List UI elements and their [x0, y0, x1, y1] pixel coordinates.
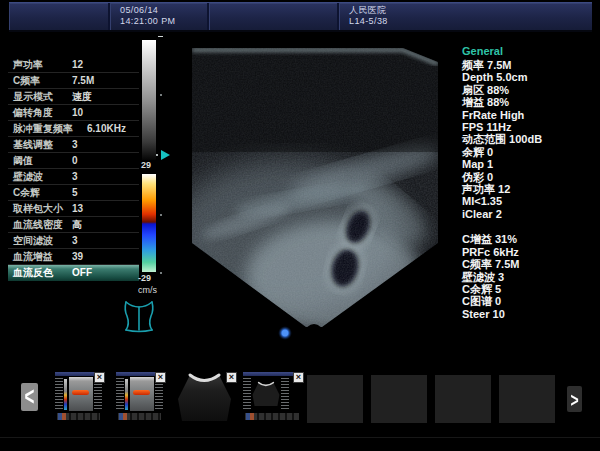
depth-tick-icon	[158, 36, 163, 37]
probe-model: L14-5/38	[349, 16, 388, 26]
parameter-sidebar: 声功率12 C频率7.5M 显示模式速度 偏转角度10 脉冲重复频率6.10KH…	[8, 57, 139, 281]
param-row-steer-angle[interactable]: 偏转角度10	[8, 105, 139, 121]
info-line-depth: Depth 5.0cm	[462, 71, 582, 83]
info-line-frequency: 频率 7.5M	[462, 59, 582, 71]
info-line-sector: 扇区 88%	[462, 84, 582, 96]
thumbnail-colorbar	[125, 379, 128, 410]
info-line-c-gain: C增益 31%	[462, 233, 582, 245]
thumbnail-placeholder	[307, 375, 363, 423]
ultrasound-image[interactable]	[186, 42, 442, 346]
thumbnail-left-text	[55, 378, 63, 410]
info-line-fps: FPS 11Hz	[462, 121, 582, 133]
info-line-iclear: iClear 2	[462, 208, 582, 220]
velocity-max-label: 29	[141, 160, 151, 170]
param-row-flow-invert-selected[interactable]: 血流反色OFF	[8, 265, 139, 281]
top-status-bar: 05/06/1414:21:00 PM 人民医院L14-5/38	[9, 2, 592, 32]
thumbnail-sector-image	[251, 376, 281, 412]
close-icon[interactable]: ×	[155, 372, 166, 383]
topbar-section-hospital: 人民医院L14-5/38	[339, 3, 592, 30]
param-row-color-gain[interactable]: 血流增益39	[8, 249, 139, 265]
time-text: 14:21:00 PM	[120, 16, 175, 26]
close-icon[interactable]: ×	[94, 372, 105, 383]
info-line-c-persistence: C余辉 5	[462, 283, 582, 295]
info-line-wall-filter: 壁滤波 3	[462, 271, 582, 283]
thumbnail-placeholder	[435, 375, 491, 423]
preset-title: General	[462, 45, 582, 58]
info-line-steer: Steer 10	[462, 308, 582, 320]
param-row-acoustic-power[interactable]: 声功率12	[8, 57, 139, 73]
info-line-prfc: PRFc 6kHz	[462, 246, 582, 258]
param-row-c-persistence[interactable]: C余辉5	[8, 185, 139, 201]
info-line-map: Map 1	[462, 158, 582, 170]
body-marker-icon[interactable]	[121, 298, 157, 340]
topbar-section-datetime: 05/06/1414:21:00 PM	[110, 3, 209, 30]
thumbnail-left-text	[243, 378, 251, 410]
focus-marker-icon[interactable]	[161, 150, 170, 160]
param-row-prf[interactable]: 脉冲重复频率6.10KHz	[8, 121, 139, 137]
datetime-text: 05/06/1414:21:00 PM	[120, 5, 175, 27]
filmstrip-divider	[0, 437, 600, 438]
thumbnail-ministrip	[245, 413, 299, 420]
focus-dot-icon	[156, 154, 158, 156]
thumbnail-mixed[interactable]: ×	[243, 372, 301, 423]
param-row-threshold[interactable]: 阈值0	[8, 153, 139, 169]
param-row-display-mode[interactable]: 显示模式速度	[8, 89, 139, 105]
hospital-probe-text: 人民医院L14-5/38	[349, 5, 388, 27]
color-info-group: C增益 31% PRFc 6kHz C频率 7.5M 壁滤波 3 C余辉 5 C…	[462, 233, 582, 320]
info-line-mi: MI<1.35	[462, 195, 582, 207]
thumbnail-ministrip	[118, 413, 161, 420]
ultrasound-app-screen: 05/06/1414:21:00 PM 人民医院L14-5/38 声功率12 C…	[0, 0, 600, 451]
depth-tick-icon	[160, 272, 162, 274]
imaging-info-panel: General 频率 7.5M Depth 5.0cm 扇区 88% 增益 88…	[462, 45, 582, 320]
filmstrip-prev-button[interactable]: <	[21, 383, 38, 411]
param-row-c-frequency[interactable]: C频率7.5M	[8, 73, 139, 89]
thumbnail-doppler-2[interactable]: ×	[116, 372, 163, 423]
info-line-frrate: FrRate High	[462, 109, 582, 121]
param-row-wall-filter[interactable]: 壁滤波3	[8, 169, 139, 185]
velocity-min-label: -29	[138, 273, 151, 283]
thumbnail-sector-dark[interactable]: ×	[175, 372, 234, 423]
thumbnail-doppler-1[interactable]: ×	[55, 372, 102, 423]
depth-tick-icon	[160, 214, 162, 216]
info-line-persistence: 余辉 0	[462, 146, 582, 158]
info-line-acoustic-power: 声功率 12	[462, 183, 582, 195]
filmstrip-next-button[interactable]: >	[567, 386, 582, 412]
close-icon[interactable]: ×	[226, 372, 237, 383]
thumbnail-left-text	[116, 378, 124, 410]
param-row-baseline[interactable]: 基线调整3	[8, 137, 139, 153]
param-row-spatial-filter[interactable]: 空间滤波3	[8, 233, 139, 249]
info-line-pseudocolor: 伪彩 0	[462, 171, 582, 183]
topbar-section-empty-left	[9, 3, 110, 30]
depth-tick-icon	[160, 94, 162, 96]
info-line-c-frequency: C频率 7.5M	[462, 258, 582, 270]
info-line-gain: 增益 88%	[462, 96, 582, 108]
chevron-right-icon: >	[570, 387, 578, 411]
thumbnail-right-text	[281, 378, 289, 410]
thumbnail-colorbar	[64, 379, 67, 410]
param-row-packet-size[interactable]: 取样包大小13	[8, 201, 139, 217]
thumbnail-placeholder	[499, 375, 555, 423]
thumbnail-ministrip	[57, 413, 100, 420]
velocity-unit-label: cm/s	[138, 285, 157, 295]
info-line-c-map: C图谱 0	[462, 295, 582, 307]
thumbnail-doppler-image	[69, 377, 93, 411]
date-text: 05/06/14	[120, 5, 158, 15]
info-line-dynamic-range: 动态范围 100dB	[462, 133, 582, 145]
close-icon[interactable]: ×	[293, 372, 304, 383]
thumbnail-doppler-image	[130, 377, 154, 411]
chevron-left-icon: <	[25, 382, 35, 412]
param-row-line-density[interactable]: 血流线密度高	[8, 217, 139, 233]
color-velocity-bar	[142, 174, 156, 272]
thumbnail-placeholder	[371, 375, 427, 423]
hospital-name: 人民医院	[349, 5, 387, 15]
grayscale-bar	[142, 40, 156, 160]
topbar-section-empty-mid	[209, 3, 339, 30]
